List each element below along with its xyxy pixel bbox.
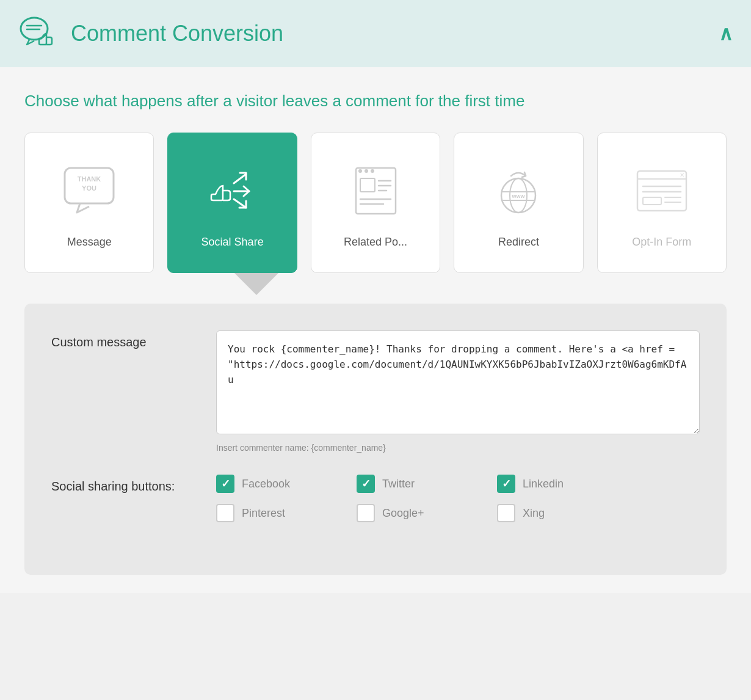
linkedin-label: Linkedin <box>523 478 564 490</box>
checkbox-linkedin[interactable]: Linkedin <box>497 475 631 493</box>
main-content: Choose what happens after a visitor leav… <box>0 67 751 593</box>
option-social-share-label: Social Share <box>201 236 264 249</box>
opt-in-form-icon-area: ✕ <box>634 158 689 225</box>
svg-text:✕: ✕ <box>680 172 684 178</box>
social-buttons-row: Social sharing buttons: Facebook Twitter <box>51 475 700 522</box>
app-header: Comment Conversion ∧ <box>0 0 751 67</box>
options-container: THANK YOU Message <box>24 133 727 273</box>
selection-arrow <box>234 273 278 295</box>
detail-panel: Custom message You rock {commenter_name}… <box>24 304 727 575</box>
googleplus-checkbox[interactable] <box>357 504 375 522</box>
custom-message-label: Custom message <box>51 330 198 349</box>
app-title: Comment Conversion <box>71 21 283 46</box>
checkboxes-grid: Facebook Twitter Linkedin <box>216 475 700 522</box>
pinterest-checkbox[interactable] <box>216 504 234 522</box>
checkbox-twitter[interactable]: Twitter <box>357 475 491 493</box>
googleplus-label: Google+ <box>382 507 424 520</box>
app-logo-icon <box>18 13 60 54</box>
thankyou-icon: THANK YOU <box>62 165 117 217</box>
xing-label: Xing <box>523 507 545 520</box>
related-posts-icon-area <box>353 158 399 225</box>
redirect-icon-area: www <box>493 158 545 225</box>
twitter-checkbox[interactable] <box>357 475 375 493</box>
social-share-icon-area <box>203 158 261 225</box>
svg-rect-13 <box>356 168 396 214</box>
option-message-label: Message <box>67 236 112 249</box>
option-message[interactable]: THANK YOU Message <box>24 133 154 273</box>
svg-point-10 <box>358 169 362 173</box>
header-left: Comment Conversion <box>18 13 283 54</box>
option-opt-in-form-label: Opt-In Form <box>632 236 691 249</box>
option-redirect-label: Redirect <box>498 236 539 249</box>
svg-line-7 <box>234 174 246 183</box>
svg-point-11 <box>365 169 368 173</box>
svg-rect-30 <box>643 197 661 205</box>
message-icon-area: THANK YOU <box>62 158 117 225</box>
xing-checkbox[interactable] <box>497 504 515 522</box>
custom-message-content: You rock {commenter_name}! Thanks for dr… <box>216 330 700 453</box>
svg-point-12 <box>371 169 374 173</box>
option-opt-in-form[interactable]: ✕ Opt-In Form <box>597 133 727 273</box>
redirect-icon: www <box>493 165 545 217</box>
pinterest-label: Pinterest <box>242 507 285 520</box>
option-related-posts[interactable]: Related Po... <box>311 133 440 273</box>
svg-line-9 <box>234 199 246 208</box>
svg-rect-14 <box>360 178 375 192</box>
svg-text:THANK: THANK <box>78 175 101 183</box>
checkbox-xing[interactable]: Xing <box>497 504 631 522</box>
facebook-checkbox[interactable] <box>216 475 234 493</box>
social-share-icon <box>203 165 261 217</box>
options-row: THANK YOU Message <box>24 133 727 273</box>
social-buttons-label: Social sharing buttons: <box>51 475 198 494</box>
checkbox-pinterest[interactable]: Pinterest <box>216 504 350 522</box>
checkbox-googleplus[interactable]: Google+ <box>357 504 491 522</box>
custom-message-textarea[interactable]: You rock {commenter_name}! Thanks for dr… <box>216 330 700 434</box>
related-posts-icon <box>353 165 399 217</box>
option-related-posts-label: Related Po... <box>344 236 407 249</box>
social-buttons-content: Facebook Twitter Linkedin <box>216 475 700 522</box>
insert-hint: Insert commenter name: {commenter_name} <box>216 443 700 453</box>
option-redirect[interactable]: www Redirect <box>454 133 583 273</box>
custom-message-row: Custom message You rock {commenter_name}… <box>51 330 700 453</box>
linkedin-checkbox[interactable] <box>497 475 515 493</box>
svg-text:YOU: YOU <box>82 184 96 192</box>
svg-text:www: www <box>511 193 525 199</box>
collapse-button[interactable]: ∧ <box>719 22 733 45</box>
facebook-label: Facebook <box>242 478 290 490</box>
twitter-label: Twitter <box>382 478 415 490</box>
opt-in-form-icon: ✕ <box>634 168 689 214</box>
page-subtitle: Choose what happens after a visitor leav… <box>24 92 727 111</box>
option-social-share[interactable]: Social Share <box>167 133 297 273</box>
checkbox-facebook[interactable]: Facebook <box>216 475 350 493</box>
